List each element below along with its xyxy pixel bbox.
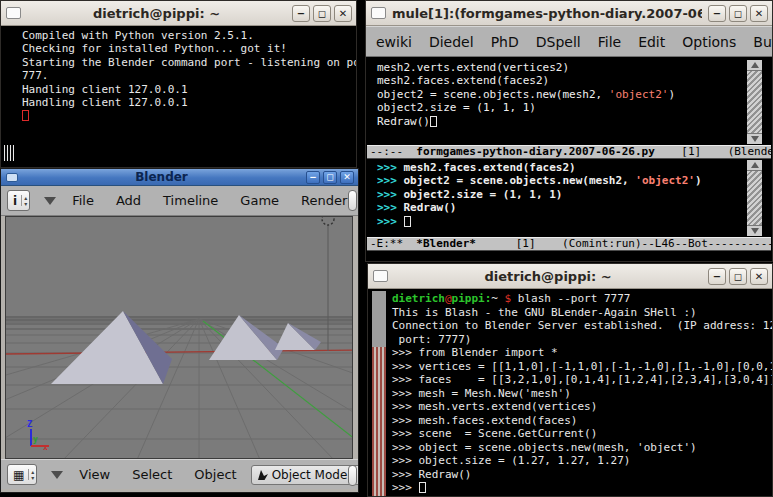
buffer-line: mesh2.faces.extend(faces2): [377, 74, 744, 87]
emacs-minibuffer[interactable]: [367, 252, 771, 261]
maximize-button[interactable]: ◻: [729, 5, 747, 22]
scrollbar[interactable]: [372, 291, 386, 496]
minimize-button[interactable]: −: [708, 5, 726, 22]
window-menu-icon[interactable]: [6, 7, 21, 19]
minimize-button[interactable]: −: [292, 5, 310, 22]
stepper-icon[interactable]: ▴▾: [28, 469, 34, 480]
buffer-line: Redraw(): [377, 115, 744, 128]
scroll-down-icon[interactable]: [747, 133, 762, 144]
buffer-line: >>> object2 = scene.objects.new(mesh2, '…: [377, 174, 744, 187]
menu-options[interactable]: Options: [682, 34, 736, 50]
terminal-line: Connection to Blender Server established…: [392, 319, 771, 333]
blender-menu-select[interactable]: Select: [132, 467, 172, 482]
grid-icon: ▦: [13, 468, 24, 482]
window-menu-icon[interactable]: [373, 270, 388, 282]
close-button[interactable]: ✕: [750, 268, 768, 285]
titlebar[interactable]: dietrich@pippi: ~ − ◻ ✕: [368, 264, 772, 289]
terminal-output-area[interactable]: dietrich@pippi:~ $ blash --port 7777This…: [369, 290, 771, 496]
blender-menu-view[interactable]: View: [79, 467, 110, 482]
terminal-window-top: dietrich@pippi: ~ − ◻ ✕ Compiled with Py…: [0, 0, 357, 168]
close-button[interactable]: ✕: [750, 5, 768, 22]
emacs-buffer-blender-repl[interactable]: >>> mesh2.faces.extend(faces2)>>> object…: [367, 159, 744, 237]
terminal-output-area[interactable]: Compiled with Python version 2.5.1.Check…: [2, 27, 355, 167]
buffer-line: >>> Redraw(): [377, 201, 744, 214]
menu-diedel[interactable]: Diedel: [429, 34, 474, 50]
menu-edit[interactable]: Edit: [638, 34, 665, 50]
minimize-button[interactable]: −: [708, 268, 726, 285]
menu-buffers[interactable]: Buffers: [753, 34, 773, 50]
stepper-icon[interactable]: ▴▾: [21, 195, 27, 206]
emacs-modeline-repl: -E:** *Blender* [1] (Comint:run)--L46--B…: [367, 237, 771, 251]
blender-menu-game[interactable]: Game: [240, 193, 279, 208]
scroll-up-icon[interactable]: [747, 60, 762, 71]
terminal-line: >>>: [392, 481, 771, 495]
window-title: mule[1]:(formgames-python-diary.2007-06: [392, 6, 702, 21]
menu-phd[interactable]: PhD: [491, 34, 519, 50]
text-cursor: [404, 216, 411, 227]
blender-menu-timeline[interactable]: Timeline: [163, 193, 218, 208]
scrollbar-thumb[interactable]: [4, 145, 14, 161]
window-type-button[interactable]: i ▴▾: [7, 190, 30, 211]
mode-dropdown[interactable]: Object Mode ▴▾: [251, 465, 359, 485]
emacs-buffer-source[interactable]: mesh2.verts.extend(vertices2)mesh2.faces…: [367, 59, 744, 145]
blender-viewport-header: ▦ ▴▾ View Select Object Object Mode ▴▾: [1, 459, 358, 489]
maximize-button[interactable]: ◻: [323, 171, 337, 184]
terminal-line: [22, 109, 355, 122]
blender-menu-object[interactable]: Object: [194, 467, 236, 482]
blender-menu-file[interactable]: File: [72, 193, 94, 208]
buffer-line: >>>: [377, 215, 744, 228]
menu-dspell[interactable]: DSpell: [536, 34, 581, 50]
footer-capsule[interactable]: [348, 465, 357, 486]
modeline-text: --:-- formgames-python-diary.2007-06-26.…: [370, 146, 771, 158]
buffer-line: >>> object2.size = (1, 1, 1): [377, 188, 744, 201]
terminal-line: >>> object = scene.objects.new(mesh, 'ob…: [392, 441, 771, 455]
close-button[interactable]: ✕: [340, 171, 354, 184]
blender-menu-render[interactable]: Render: [301, 193, 347, 208]
blender-window: Blender − ◻ ✕ i ▴▾ File Add Timeline Gam…: [0, 168, 359, 493]
object-mode-icon: [256, 468, 269, 481]
emacs-scrollbar-top[interactable]: [746, 59, 763, 145]
scrollbar[interactable]: [3, 27, 15, 167]
buffer-line: object2.size = (1, 1, 1): [377, 101, 744, 114]
axis-label-z: Z: [27, 419, 33, 429]
scroll-up-icon[interactable]: [747, 160, 762, 171]
menu-file[interactable]: File: [598, 34, 621, 50]
emacs-modeline-source: --:-- formgames-python-diary.2007-06-26.…: [367, 145, 771, 159]
emacs-window: mule[1]:(formgames-python-diary.2007-06 …: [365, 0, 773, 262]
blender-3d-viewport[interactable]: Z y x: [5, 216, 353, 459]
lamp-icon[interactable]: [322, 217, 334, 225]
titlebar[interactable]: mule[1]:(formgames-python-diary.2007-06 …: [366, 1, 772, 26]
maximize-button[interactable]: ◻: [313, 5, 331, 22]
buffer-line: mesh2.verts.extend(vertices2): [377, 61, 744, 74]
terminal-line: Handling client 127.0.0.1: [22, 96, 355, 109]
window-title: Blender: [23, 170, 300, 184]
terminal-line: >>> object.size = (1.27, 1.27, 1.27): [392, 454, 771, 468]
terminal-line: Checking for installed Python... got it!: [22, 42, 355, 55]
scrollbar-thumb[interactable]: [372, 291, 386, 347]
mode-dropdown-label: Object Mode: [272, 468, 359, 482]
close-button[interactable]: ✕: [334, 5, 352, 22]
blender-menu-add[interactable]: Add: [116, 193, 141, 208]
blender-info-header: i ▴▾ File Add Timeline Game Render Help: [1, 186, 358, 216]
viewport-type-button[interactable]: ▦ ▴▾: [7, 464, 37, 485]
header-capsule[interactable]: [348, 190, 357, 211]
minimize-button[interactable]: −: [306, 171, 320, 184]
desktop: dietrich@pippi: ~ − ◻ ✕ Compiled with Py…: [0, 0, 773, 497]
window-menu-icon[interactable]: [6, 173, 18, 182]
terminal-line: Starting the Blender command port - list…: [22, 56, 355, 69]
window-title: dietrich@pippi: ~: [394, 269, 702, 284]
terminal-line: Handling client 127.0.0.1: [22, 83, 355, 96]
window-menu-icon[interactable]: [371, 7, 386, 19]
pulldown-triangle-icon[interactable]: [51, 471, 63, 479]
emacs-scrollbar-bottom[interactable]: [746, 159, 763, 237]
pulldown-triangle-icon[interactable]: [44, 197, 56, 205]
scroll-down-icon[interactable]: [747, 225, 762, 236]
titlebar[interactable]: Blender − ◻ ✕: [1, 169, 358, 186]
viewport-scene: Z y x: [6, 217, 353, 459]
menu-ewiki[interactable]: ewiki: [376, 34, 412, 50]
maximize-button[interactable]: ◻: [729, 268, 747, 285]
window-title: dietrich@pippi: ~: [27, 6, 286, 21]
titlebar[interactable]: dietrich@pippi: ~ − ◻ ✕: [1, 1, 356, 26]
terminal-window-bottom: dietrich@pippi: ~ − ◻ ✕ dietrich@pippi:~…: [367, 263, 773, 497]
text-cursor: [419, 482, 426, 493]
